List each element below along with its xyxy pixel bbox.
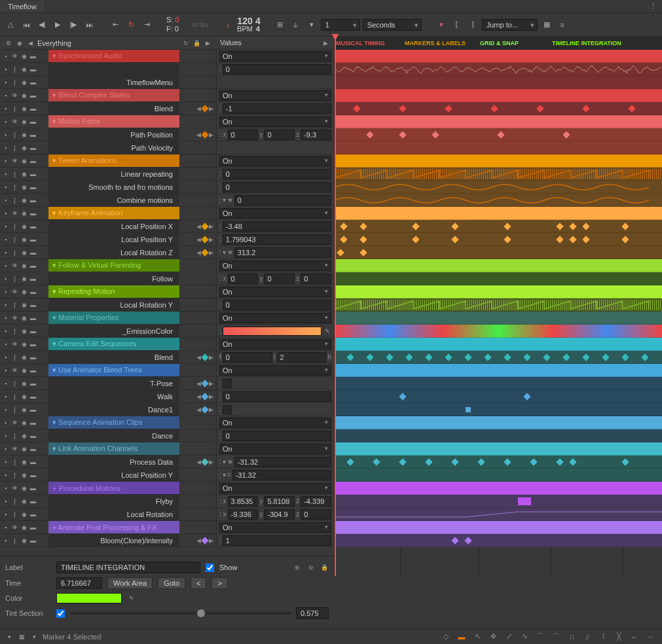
keyframe[interactable] <box>412 223 419 230</box>
value-input[interactable] <box>223 64 331 75</box>
eye-icon[interactable]: 👁 <box>10 261 19 270</box>
track-label[interactable]: Path Position <box>48 128 179 141</box>
y-input[interactable] <box>264 509 295 520</box>
value-input[interactable] <box>223 169 331 179</box>
keyframe[interactable] <box>359 223 367 230</box>
lock-icon[interactable]: ▪ <box>1 327 10 335</box>
curve-icon[interactable]: ∫ <box>10 274 19 283</box>
dash-icon[interactable]: ▬ <box>29 444 37 453</box>
z-input[interactable] <box>301 496 331 507</box>
kf-next-icon[interactable]: ▶ <box>209 459 213 465</box>
kf-next-icon[interactable]: ▶ <box>209 249 213 256</box>
keyframe[interactable] <box>641 353 648 361</box>
timeline-row[interactable] <box>335 325 662 338</box>
dash-icon[interactable]: ▬ <box>29 222 37 230</box>
keyframe[interactable] <box>556 458 563 465</box>
track-row[interactable]: ▪∫◉▬Linear repeating: <box>0 168 334 181</box>
target-icon[interactable]: ◉ <box>20 52 28 60</box>
lock-icon[interactable]: ▪ <box>1 431 10 440</box>
show-checkbox[interactable] <box>206 564 214 572</box>
dash-icon[interactable]: ▬ <box>29 392 37 401</box>
track-label[interactable]: Bloom(Clone)/intensity <box>48 534 179 546</box>
track-label[interactable]: Blend <box>48 102 179 115</box>
track-row[interactable]: ▪∫◉▬Smooth to and fro motions: <box>0 181 334 194</box>
lock-icon[interactable]: ▪ <box>1 471 10 479</box>
eye-icon[interactable]: ◉ <box>15 39 24 47</box>
snap-value-dropdown[interactable]: 1 <box>321 19 360 31</box>
value-dropdown[interactable]: On <box>219 208 331 219</box>
lock-icon[interactable]: ▪ <box>1 78 10 86</box>
music-icon[interactable]: ♪ <box>221 18 234 31</box>
track-label[interactable]: ▾ Follow & Virtual Parenting <box>48 259 179 272</box>
timeline-row[interactable] <box>335 482 662 495</box>
timeline-row[interactable] <box>335 115 662 128</box>
target-icon[interactable]: ◉ <box>20 484 28 492</box>
track-row[interactable]: ▪∫◉▬Blend◀▶fth <box>0 351 334 364</box>
timeline-row[interactable] <box>335 508 662 521</box>
track-label[interactable]: ▾ Sequence Animation Clips <box>48 416 179 429</box>
track-row[interactable]: ▪∫◉▬Dance: <box>0 429 334 442</box>
marker[interactable]: MUSICAL TIMING <box>335 39 386 47</box>
dash-icon[interactable]: ▬ <box>29 471 37 479</box>
tab-timeflow[interactable]: Timeflow <box>0 1 45 12</box>
keyframe[interactable] <box>582 105 589 112</box>
keyframe[interactable] <box>386 353 393 361</box>
curve8-icon[interactable]: ⌐ <box>628 630 641 643</box>
lock-icon[interactable]: ▪ <box>1 444 10 453</box>
kf-next-icon[interactable]: ▶ <box>209 223 213 230</box>
value-dropdown[interactable]: On <box>219 339 331 349</box>
keyframe[interactable] <box>562 131 570 138</box>
track-label[interactable]: Local Position Y <box>48 469 179 481</box>
dash-icon[interactable]: ▬ <box>29 497 37 505</box>
track-label[interactable]: Local Rotation Z <box>48 246 179 259</box>
value-input[interactable] <box>234 247 331 258</box>
lock-icon[interactable]: ▪ <box>1 484 10 492</box>
keyframe[interactable] <box>399 131 406 138</box>
track-row[interactable]: ▪👁◉▬▾ Follow & Virtual ParentingOn <box>0 259 334 272</box>
keyframe[interactable] <box>405 353 413 361</box>
marker[interactable]: GRID & SNAP <box>479 39 520 47</box>
track-label[interactable]: Linear repeating <box>48 168 179 180</box>
keyframe[interactable] <box>569 223 576 230</box>
keyframe[interactable] <box>504 353 511 361</box>
dash-icon[interactable]: ▬ <box>29 287 37 296</box>
curve-icon[interactable]: ∫ <box>10 392 19 401</box>
target-icon[interactable]: ◉ <box>20 170 28 178</box>
dash-icon[interactable]: ▬ <box>29 235 37 243</box>
keyframe[interactable] <box>359 236 367 243</box>
lock-icon[interactable]: ▪ <box>1 156 10 165</box>
track-row[interactable]: ▪👁◉▬▾ Blend Complex StatesOn <box>0 89 334 102</box>
target-icon[interactable]: ◉ <box>20 65 28 73</box>
timeline-row[interactable] <box>335 220 662 233</box>
keyframe[interactable] <box>464 537 471 544</box>
curve-icon[interactable]: ∫ <box>10 379 19 387</box>
track-row[interactable]: ▪∫◉▬Follow: xyz <box>0 272 334 285</box>
track-row[interactable]: ▪∫◉▬Flyby: xyz <box>0 495 334 508</box>
target-icon[interactable]: ◉ <box>20 327 28 335</box>
track-row[interactable]: ▪∫◉▬Local Position Y◀▶: <box>0 233 334 246</box>
track-row[interactable]: ▪👁◉▬▾ Use Animator Blend TreesOn <box>0 364 334 377</box>
track-row[interactable]: ▪∫◉▬TimeflowMenu <box>0 76 334 89</box>
chevron-left-icon[interactable]: ◀ <box>26 39 35 47</box>
track-label[interactable]: ▾ Motion Paths <box>48 115 179 128</box>
keyframe-icon[interactable] <box>201 223 208 230</box>
z-input[interactable] <box>301 274 331 284</box>
keyframe[interactable] <box>628 105 635 112</box>
keyframe-icon[interactable] <box>201 380 208 387</box>
keyframe[interactable] <box>497 131 504 138</box>
keyframe[interactable] <box>399 393 406 400</box>
tint-checkbox[interactable] <box>56 609 65 618</box>
magnet-icon[interactable]: ⫝ <box>289 18 303 31</box>
curve-icon[interactable]: ∫ <box>10 300 19 309</box>
dash-icon[interactable]: ▬ <box>29 183 37 191</box>
x-input[interactable] <box>228 509 259 520</box>
keyframe[interactable] <box>602 353 609 361</box>
timeline-row[interactable] <box>335 338 662 351</box>
keyframe[interactable] <box>504 236 511 243</box>
target-icon[interactable]: ◉ <box>20 196 28 204</box>
bracket-right-icon[interactable]: ⟧ <box>466 18 479 31</box>
list-icon[interactable]: ≡ <box>556 18 569 31</box>
keyframe[interactable] <box>621 236 629 243</box>
list-icon[interactable]: ▦ <box>18 632 26 641</box>
timeline-row[interactable] <box>335 141 662 154</box>
